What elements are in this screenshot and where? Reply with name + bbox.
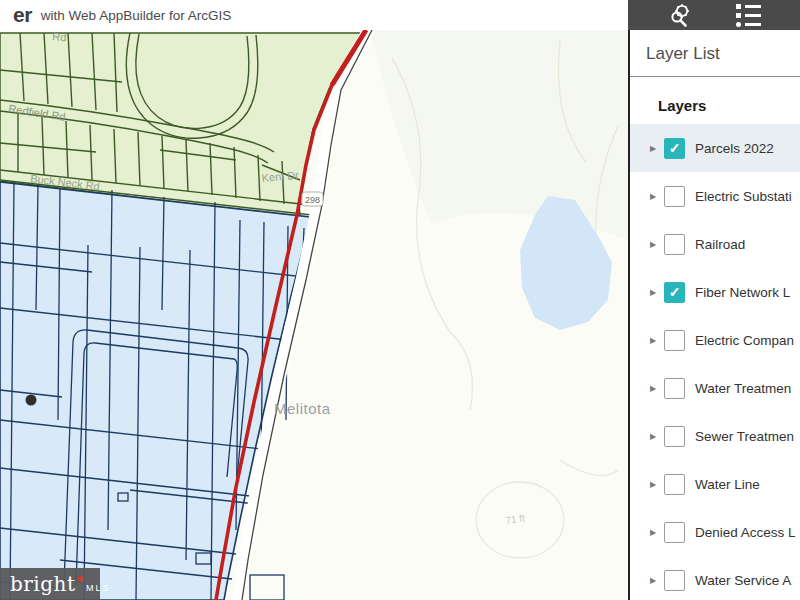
layer-label: Railroad — [695, 237, 745, 252]
layer-checkbox[interactable]: ✓ — [664, 570, 685, 591]
layer-checkbox[interactable]: ✓ — [664, 186, 685, 207]
layer-label: Electric Compan — [695, 333, 794, 348]
layer-row[interactable]: ▶ ✓ Sewer Treatmen — [630, 412, 800, 460]
expander-arrow-icon[interactable]: ▶ — [650, 480, 662, 489]
layer-row[interactable]: ▶ ✓ Railroad — [630, 220, 800, 268]
app-title-partial: er — [13, 3, 32, 27]
expander-arrow-icon[interactable]: ▶ — [650, 288, 662, 297]
layer-row[interactable]: ▶ ✓ Water Treatmen — [630, 364, 800, 412]
layer-label: Water Line — [695, 477, 760, 492]
layer-row[interactable]: ▶ ✓ Fiber Network L — [630, 268, 800, 316]
check-icon: ✓ — [669, 141, 681, 155]
widget-toolbar — [628, 0, 800, 30]
layer-label: Electric Substati — [695, 189, 792, 204]
layer-checkbox[interactable]: ✓ — [664, 378, 685, 399]
layer-label: Sewer Treatmen — [695, 429, 794, 444]
layer-checkbox[interactable]: ✓ — [664, 330, 685, 351]
spark-icon: ✱ — [76, 574, 84, 584]
brand-text: bright — [10, 572, 75, 596]
brightmls-logo: bright ✱ MLS — [0, 568, 100, 600]
query-icon[interactable] — [666, 2, 694, 28]
expander-arrow-icon[interactable]: ▶ — [650, 432, 662, 441]
layer-checkbox[interactable]: ✓ — [664, 282, 685, 303]
layer-row[interactable]: ▶ ✓ Water Line — [630, 460, 800, 508]
map-canvas[interactable]: 298 Rd Redfield Rd Buck Neck Rd Kent Dr … — [0, 30, 628, 600]
layer-list-icon[interactable] — [734, 2, 762, 28]
layer-list: ▶ ✓ Parcels 2022 ▶ ✓ Electric Substati ▶… — [630, 124, 800, 600]
expander-arrow-icon[interactable]: ▶ — [650, 384, 662, 393]
expander-arrow-icon[interactable]: ▶ — [650, 240, 662, 249]
layer-checkbox[interactable]: ✓ — [664, 474, 685, 495]
layer-checkbox[interactable]: ✓ — [664, 522, 685, 543]
check-icon: ✓ — [669, 285, 681, 299]
layer-label: Denied Access L — [695, 525, 796, 540]
panel-title: Layer List — [630, 30, 800, 77]
layer-checkbox[interactable]: ✓ — [664, 138, 685, 159]
layer-label: Parcels 2022 — [695, 141, 774, 156]
app-header: er with Web AppBuilder for ArcGIS — [0, 0, 628, 30]
layer-row[interactable]: ▶ ✓ Water Service A — [630, 556, 800, 600]
layer-checkbox[interactable]: ✓ — [664, 426, 685, 447]
layer-row[interactable]: ▶ ✓ Denied Access L — [630, 508, 800, 556]
layers-section-title: Layers — [658, 97, 800, 114]
brand-suffix-text: MLS — [86, 583, 111, 593]
layer-row[interactable]: ▶ ✓ Electric Compan — [630, 316, 800, 364]
layer-row[interactable]: ▶ ✓ Electric Substati — [630, 172, 800, 220]
layer-checkbox[interactable]: ✓ — [664, 234, 685, 255]
place-label-melitota: Melitota — [274, 400, 331, 417]
expander-arrow-icon[interactable]: ▶ — [650, 528, 662, 537]
layer-label: Fiber Network L — [695, 285, 790, 300]
layer-row[interactable]: ▶ ✓ Parcels 2022 — [630, 124, 800, 172]
layer-list-panel: Layer List Layers ▶ ✓ Parcels 2022 ▶ ✓ E… — [628, 30, 800, 600]
bottom-right-parcels — [250, 575, 284, 600]
route-shield-label: 298 — [305, 195, 320, 205]
road-label-top: Rd — [52, 30, 67, 43]
route-shield-298: 298 — [302, 192, 323, 206]
point-feature — [26, 395, 37, 406]
layer-label: Water Service A — [695, 573, 791, 588]
layer-label: Water Treatmen — [695, 381, 791, 396]
expander-arrow-icon[interactable]: ▶ — [650, 576, 662, 585]
app-subtitle: with Web AppBuilder for ArcGIS — [41, 8, 231, 23]
expander-arrow-icon[interactable]: ▶ — [650, 144, 662, 153]
expander-arrow-icon[interactable]: ▶ — [650, 336, 662, 345]
expander-arrow-icon[interactable]: ▶ — [650, 192, 662, 201]
